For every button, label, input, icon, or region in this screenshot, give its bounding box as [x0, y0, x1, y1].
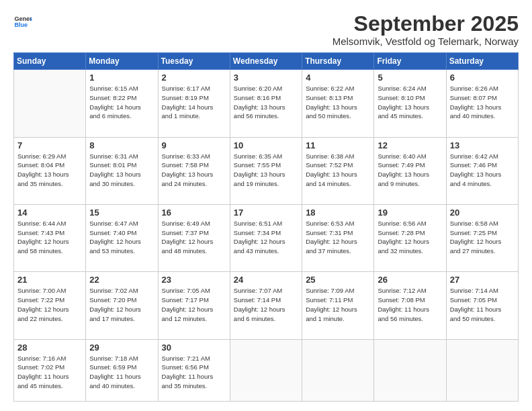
month-title: September 2025 — [332, 12, 519, 36]
day-number: 21 — [17, 275, 82, 285]
table-cell: 6Sunrise: 6:26 AM Sunset: 8:07 PM Daylig… — [446, 70, 518, 137]
day-info: Sunrise: 7:18 AM Sunset: 6:59 PM Dayligh… — [89, 354, 154, 391]
day-info: Sunrise: 7:09 AM Sunset: 7:11 PM Dayligh… — [306, 286, 370, 323]
table-cell: 18Sunrise: 6:53 AM Sunset: 7:31 PM Dayli… — [302, 204, 374, 271]
col-saturday: Saturday — [446, 53, 518, 70]
day-info: Sunrise: 6:40 AM Sunset: 7:49 PM Dayligh… — [378, 152, 442, 189]
table-cell: 28Sunrise: 7:16 AM Sunset: 7:02 PM Dayli… — [14, 339, 86, 401]
day-info: Sunrise: 6:35 AM Sunset: 7:55 PM Dayligh… — [234, 152, 298, 189]
col-friday: Friday — [374, 53, 446, 70]
table-cell — [302, 339, 374, 401]
table-cell: 24Sunrise: 7:07 AM Sunset: 7:14 PM Dayli… — [230, 272, 302, 339]
day-number: 28 — [17, 342, 82, 353]
day-number: 30 — [162, 342, 226, 353]
table-cell: 21Sunrise: 7:00 AM Sunset: 7:22 PM Dayli… — [14, 272, 86, 339]
day-info: Sunrise: 7:12 AM Sunset: 7:08 PM Dayligh… — [378, 286, 442, 323]
logo-icon: General Blue — [13, 12, 32, 31]
calendar-table: Sunday Monday Tuesday Wednesday Thursday… — [13, 52, 519, 402]
day-number: 8 — [89, 140, 154, 150]
table-cell: 25Sunrise: 7:09 AM Sunset: 7:11 PM Dayli… — [302, 272, 374, 339]
day-info: Sunrise: 6:31 AM Sunset: 8:01 PM Dayligh… — [89, 152, 154, 189]
calendar-week-2: 7Sunrise: 6:29 AM Sunset: 8:04 PM Daylig… — [14, 137, 519, 204]
day-info: Sunrise: 6:42 AM Sunset: 7:46 PM Dayligh… — [450, 152, 515, 189]
table-cell: 11Sunrise: 6:38 AM Sunset: 7:52 PM Dayli… — [302, 137, 374, 204]
day-info: Sunrise: 7:07 AM Sunset: 7:14 PM Dayligh… — [234, 286, 298, 323]
day-number: 18 — [306, 208, 370, 218]
day-number: 19 — [378, 208, 442, 218]
calendar-week-3: 14Sunrise: 6:44 AM Sunset: 7:43 PM Dayli… — [14, 204, 519, 271]
table-cell: 2Sunrise: 6:17 AM Sunset: 8:19 PM Daylig… — [158, 70, 230, 137]
day-number: 13 — [450, 140, 515, 150]
day-info: Sunrise: 6:58 AM Sunset: 7:25 PM Dayligh… — [450, 219, 515, 256]
table-cell: 19Sunrise: 6:56 AM Sunset: 7:28 PM Dayli… — [374, 204, 446, 271]
table-cell — [374, 339, 446, 401]
day-info: Sunrise: 6:51 AM Sunset: 7:34 PM Dayligh… — [234, 219, 298, 256]
day-number: 20 — [450, 208, 515, 218]
day-number: 2 — [162, 73, 226, 83]
table-cell: 5Sunrise: 6:24 AM Sunset: 8:10 PM Daylig… — [374, 70, 446, 137]
day-info: Sunrise: 6:49 AM Sunset: 7:37 PM Dayligh… — [162, 219, 226, 256]
table-cell — [14, 70, 86, 137]
day-number: 4 — [306, 73, 370, 83]
col-wednesday: Wednesday — [230, 53, 302, 70]
day-number: 5 — [378, 73, 442, 83]
table-cell — [446, 339, 518, 401]
day-number: 22 — [89, 275, 154, 285]
calendar-week-5: 28Sunrise: 7:16 AM Sunset: 7:02 PM Dayli… — [14, 339, 519, 401]
table-cell: 23Sunrise: 7:05 AM Sunset: 7:17 PM Dayli… — [158, 272, 230, 339]
day-number: 24 — [234, 275, 298, 285]
day-number: 7 — [17, 140, 82, 150]
day-info: Sunrise: 6:29 AM Sunset: 8:04 PM Dayligh… — [17, 152, 82, 189]
table-cell: 17Sunrise: 6:51 AM Sunset: 7:34 PM Dayli… — [230, 204, 302, 271]
table-cell: 8Sunrise: 6:31 AM Sunset: 8:01 PM Daylig… — [86, 137, 158, 204]
day-info: Sunrise: 6:17 AM Sunset: 8:19 PM Dayligh… — [162, 84, 226, 121]
day-number: 6 — [450, 73, 515, 83]
table-cell: 20Sunrise: 6:58 AM Sunset: 7:25 PM Dayli… — [446, 204, 518, 271]
day-info: Sunrise: 6:22 AM Sunset: 8:13 PM Dayligh… — [306, 84, 370, 121]
table-cell: 4Sunrise: 6:22 AM Sunset: 8:13 PM Daylig… — [302, 70, 374, 137]
day-number: 26 — [378, 275, 442, 285]
col-monday: Monday — [86, 53, 158, 70]
page: General Blue September 2025 Melsomvik, V… — [0, 0, 532, 411]
table-cell: 22Sunrise: 7:02 AM Sunset: 7:20 PM Dayli… — [86, 272, 158, 339]
title-block: September 2025 Melsomvik, Vestfold og Te… — [332, 12, 519, 47]
table-cell: 10Sunrise: 6:35 AM Sunset: 7:55 PM Dayli… — [230, 137, 302, 204]
table-cell: 12Sunrise: 6:40 AM Sunset: 7:49 PM Dayli… — [374, 137, 446, 204]
day-info: Sunrise: 6:47 AM Sunset: 7:40 PM Dayligh… — [89, 219, 154, 256]
day-info: Sunrise: 7:00 AM Sunset: 7:22 PM Dayligh… — [17, 286, 82, 323]
day-number: 23 — [162, 275, 226, 285]
header: General Blue September 2025 Melsomvik, V… — [13, 12, 519, 47]
table-cell: 1Sunrise: 6:15 AM Sunset: 8:22 PM Daylig… — [86, 70, 158, 137]
location: Melsomvik, Vestfold og Telemark, Norway — [332, 36, 519, 47]
table-cell: 16Sunrise: 6:49 AM Sunset: 7:37 PM Dayli… — [158, 204, 230, 271]
day-number: 17 — [234, 208, 298, 218]
calendar-week-1: 1Sunrise: 6:15 AM Sunset: 8:22 PM Daylig… — [14, 70, 519, 137]
day-number: 14 — [17, 208, 82, 218]
day-number: 3 — [234, 73, 298, 83]
day-info: Sunrise: 7:14 AM Sunset: 7:05 PM Dayligh… — [450, 286, 515, 323]
table-cell: 7Sunrise: 6:29 AM Sunset: 8:04 PM Daylig… — [14, 137, 86, 204]
table-cell: 3Sunrise: 6:20 AM Sunset: 8:16 PM Daylig… — [230, 70, 302, 137]
day-info: Sunrise: 6:20 AM Sunset: 8:16 PM Dayligh… — [234, 84, 298, 121]
day-info: Sunrise: 6:15 AM Sunset: 8:22 PM Dayligh… — [89, 84, 154, 121]
table-cell: 30Sunrise: 7:21 AM Sunset: 6:56 PM Dayli… — [158, 339, 230, 401]
svg-text:Blue: Blue — [14, 21, 28, 28]
col-sunday: Sunday — [14, 53, 86, 70]
day-number: 1 — [89, 73, 154, 83]
table-cell: 26Sunrise: 7:12 AM Sunset: 7:08 PM Dayli… — [374, 272, 446, 339]
day-number: 12 — [378, 140, 442, 150]
table-cell: 9Sunrise: 6:33 AM Sunset: 7:58 PM Daylig… — [158, 137, 230, 204]
day-info: Sunrise: 7:21 AM Sunset: 6:56 PM Dayligh… — [162, 354, 226, 391]
svg-text:General: General — [14, 15, 32, 22]
day-number: 9 — [162, 140, 226, 150]
day-info: Sunrise: 6:33 AM Sunset: 7:58 PM Dayligh… — [162, 152, 226, 189]
day-info: Sunrise: 6:24 AM Sunset: 8:10 PM Dayligh… — [378, 84, 442, 121]
calendar-week-4: 21Sunrise: 7:00 AM Sunset: 7:22 PM Dayli… — [14, 272, 519, 339]
table-cell: 29Sunrise: 7:18 AM Sunset: 6:59 PM Dayli… — [86, 339, 158, 401]
table-cell: 27Sunrise: 7:14 AM Sunset: 7:05 PM Dayli… — [446, 272, 518, 339]
weekday-header-row: Sunday Monday Tuesday Wednesday Thursday… — [14, 53, 519, 70]
table-cell: 14Sunrise: 6:44 AM Sunset: 7:43 PM Dayli… — [14, 204, 86, 271]
day-number: 27 — [450, 275, 515, 285]
day-info: Sunrise: 7:02 AM Sunset: 7:20 PM Dayligh… — [89, 286, 154, 323]
day-number: 29 — [89, 342, 154, 353]
